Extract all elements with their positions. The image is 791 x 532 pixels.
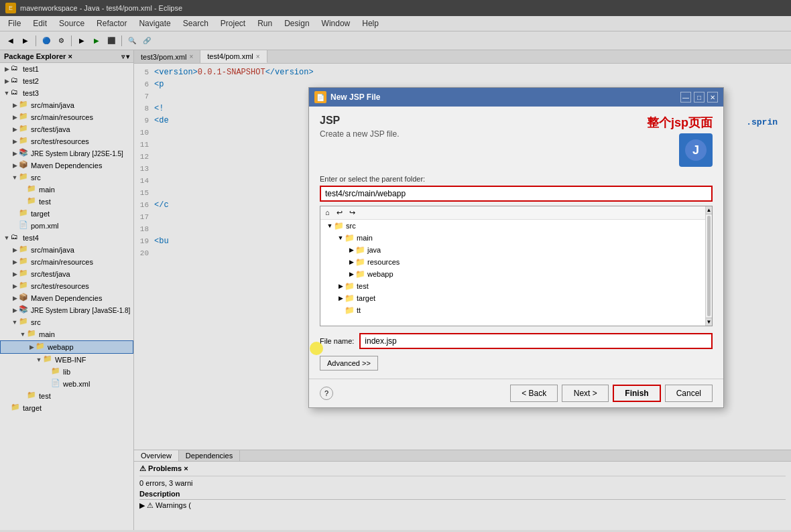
view-menu-icon[interactable]: ▾ xyxy=(126,53,129,60)
menu-help[interactable]: Help xyxy=(357,17,384,29)
toolbar-btn-green[interactable]: ▶ xyxy=(90,34,103,48)
menu-edit[interactable]: Edit xyxy=(27,17,52,29)
menu-window[interactable]: Window xyxy=(316,17,356,29)
tree-item-jre-j2se[interactable]: ▶ 📚 JRE System Library [J2SE-1.5] xyxy=(0,147,133,159)
new-jsp-dialog: 📄 New JSP File — □ ✕ JSP Create a new JS… xyxy=(308,87,724,408)
dialog-maximize-btn[interactable]: □ xyxy=(694,92,705,103)
tree-item-t4-lib[interactable]: 📁 lib xyxy=(0,366,133,378)
ftree-resources[interactable]: ▶ 📁 resources xyxy=(320,256,712,268)
file-name-label: File name: xyxy=(320,337,354,345)
ftree-test[interactable]: ▶ 📁 test xyxy=(320,280,712,292)
tree-item-test3-sub[interactable]: 📁 test xyxy=(0,196,133,208)
warnings-row: ▶ ⚠ Warnings ( xyxy=(139,501,786,510)
menu-design[interactable]: Design xyxy=(279,17,314,29)
tree-item-t4-smj[interactable]: ▶ 📁 src/main/java xyxy=(0,244,133,256)
dialog-close-btn[interactable]: ✕ xyxy=(707,92,718,103)
cancel-button[interactable]: Cancel xyxy=(665,385,713,402)
collapse-icon[interactable]: ▿ xyxy=(121,53,125,60)
ftree-tt[interactable]: 📁 tt xyxy=(320,304,712,316)
toolbar-btn-4[interactable]: ⚙ xyxy=(54,34,68,48)
menu-source[interactable]: Source xyxy=(54,17,90,29)
tree-item-test2[interactable]: ▶ 🗂 test2 xyxy=(0,75,133,87)
menu-project[interactable]: Project xyxy=(215,17,251,29)
tree-item-src3[interactable]: ▼ 📁 src xyxy=(0,172,133,184)
ftree-target[interactable]: ▶ 📁 target xyxy=(320,292,712,304)
dialog-section-title: JSP xyxy=(320,115,400,127)
tree-item-src-main-res[interactable]: ▶ 📁 src/main/resources xyxy=(0,111,133,123)
help-button[interactable]: ? xyxy=(320,387,333,400)
menu-search[interactable]: Search xyxy=(178,17,214,29)
title-text: mavenworkspace - Java - test4/pom.xml - … xyxy=(20,4,182,12)
bottom-panel: Overview Dependencies ⚠ Problems × 0 err… xyxy=(134,450,791,530)
tree-item-target3[interactable]: 📁 target xyxy=(0,208,133,220)
toolbar-btn-2[interactable]: ▶ xyxy=(19,34,32,48)
tab-test4-close[interactable]: × xyxy=(256,53,260,60)
ftree-webapp[interactable]: ▶ 📁 webapp xyxy=(320,268,712,280)
tree-item-t4-stj[interactable]: ▶ 📁 src/test/java xyxy=(0,268,133,280)
tree-item-t4-maven[interactable]: ▶ 📦 Maven Dependencies xyxy=(0,292,133,304)
ftree-src[interactable]: ▼ 📁 src xyxy=(320,220,712,232)
scroll-thumb[interactable] xyxy=(707,216,711,316)
title-bar: E mavenworkspace - Java - test4/pom.xml … xyxy=(0,0,791,16)
tree-item-test3[interactable]: ▼ 🗂 test3 xyxy=(0,87,133,99)
tree-item-t4-str[interactable]: ▶ 📁 src/test/resources xyxy=(0,280,133,292)
tree-item-src-test-java[interactable]: ▶ 📁 src/test/java xyxy=(0,123,133,135)
advanced-btn-container: Advanced >> xyxy=(320,356,713,371)
tree-item-main3[interactable]: 📁 main xyxy=(0,184,133,196)
bottom-tabs: Overview Dependencies xyxy=(134,450,791,462)
advanced-button[interactable]: Advanced >> xyxy=(320,356,378,371)
tree-item-t4-webapp[interactable]: ▶ 📁 webapp xyxy=(0,340,133,354)
toolbar-btn-6[interactable]: ⬛ xyxy=(105,34,118,48)
folder-path-input[interactable] xyxy=(321,187,711,200)
tree-item-test4[interactable]: ▼ 🗂 test4 xyxy=(0,232,133,244)
menu-refactor[interactable]: Refactor xyxy=(91,17,132,29)
tree-back-btn[interactable]: ↩ xyxy=(334,208,345,218)
toolbar-btn-7[interactable]: 🔍 xyxy=(125,34,139,48)
dialog-minimize-btn[interactable]: — xyxy=(680,92,691,103)
tree-item-src-test-res[interactable]: ▶ 📁 src/test/resources xyxy=(0,135,133,147)
tree-forward-btn[interactable]: ↪ xyxy=(347,208,357,218)
file-name-input[interactable] xyxy=(361,334,711,348)
menu-file[interactable]: File xyxy=(3,17,26,29)
tree-item-src-main-java[interactable]: ▶ 📁 src/main/java xyxy=(0,99,133,111)
tree-item-t4-jre[interactable]: ▶ 📚 JRE System Library [JavaSE-1.8] xyxy=(0,304,133,316)
menu-run[interactable]: Run xyxy=(252,17,278,29)
tree-item-maven-deps3[interactable]: ▶ 📦 Maven Dependencies xyxy=(0,159,133,172)
tab-dependencies[interactable]: Dependencies xyxy=(179,450,240,461)
errors-text: 0 errors, 3 warni xyxy=(139,479,786,487)
scroll-up[interactable]: ▲ xyxy=(706,206,712,214)
tree-item-t4-webxml[interactable]: 📄 web.xml xyxy=(0,378,133,390)
tree-item-test1[interactable]: ▶ 🗂 test1 xyxy=(0,63,133,75)
next-button[interactable]: Next > xyxy=(562,385,609,402)
toolbar-sep-2 xyxy=(71,36,72,46)
tab-test3-close[interactable]: × xyxy=(189,53,193,60)
problems-tab-label[interactable]: ⚠ Problems × xyxy=(139,464,188,473)
menu-navigate[interactable]: Navigate xyxy=(133,17,176,29)
chinese-annotation: 整个jsp页面 xyxy=(647,115,713,131)
tree-home-btn[interactable]: ⌂ xyxy=(323,208,332,218)
editor-tab-bar: test3/pom.xml × test4/pom.xml × xyxy=(134,50,791,64)
ftree-main[interactable]: ▼ 📁 main xyxy=(320,232,712,244)
tree-item-t4-src[interactable]: ▼ 📁 src xyxy=(0,316,133,328)
tree-item-t4-test[interactable]: 📁 test xyxy=(0,390,133,402)
folder-scrollbar[interactable]: ▲ ▼ xyxy=(705,206,712,326)
toolbar-btn-3[interactable]: 🔵 xyxy=(40,34,53,48)
tree-item-t4-webinf[interactable]: ▼ 📁 WEB-INF xyxy=(0,354,133,366)
toolbar-btn-1[interactable]: ◀ xyxy=(4,34,17,48)
label-test3: test3 xyxy=(23,89,39,97)
tab-test4-pom[interactable]: test4/pom.xml × xyxy=(200,50,267,63)
finish-button[interactable]: Finish xyxy=(613,385,660,402)
scroll-down[interactable]: ▼ xyxy=(706,318,712,326)
tree-item-t4-main[interactable]: ▼ 📁 main xyxy=(0,328,133,340)
back-button[interactable]: < Back xyxy=(510,385,558,402)
toolbar-btn-5[interactable]: ▶ xyxy=(75,34,88,48)
toolbar-btn-8[interactable]: 🔗 xyxy=(140,34,154,48)
sidebar-header-icons: ▿ ▾ xyxy=(121,53,129,60)
dialog-section-desc: Create a new JSP file. xyxy=(320,129,400,139)
tree-item-target-root[interactable]: 📁 target xyxy=(0,402,133,414)
tab-overview[interactable]: Overview xyxy=(134,450,179,461)
tree-item-t4-smr[interactable]: ▶ 📁 src/main/resources xyxy=(0,256,133,268)
tab-test3-pom[interactable]: test3/pom.xml × xyxy=(134,50,200,63)
tree-item-pom3[interactable]: 📄 pom.xml xyxy=(0,220,133,232)
ftree-java[interactable]: ▶ 📁 java xyxy=(320,244,712,256)
